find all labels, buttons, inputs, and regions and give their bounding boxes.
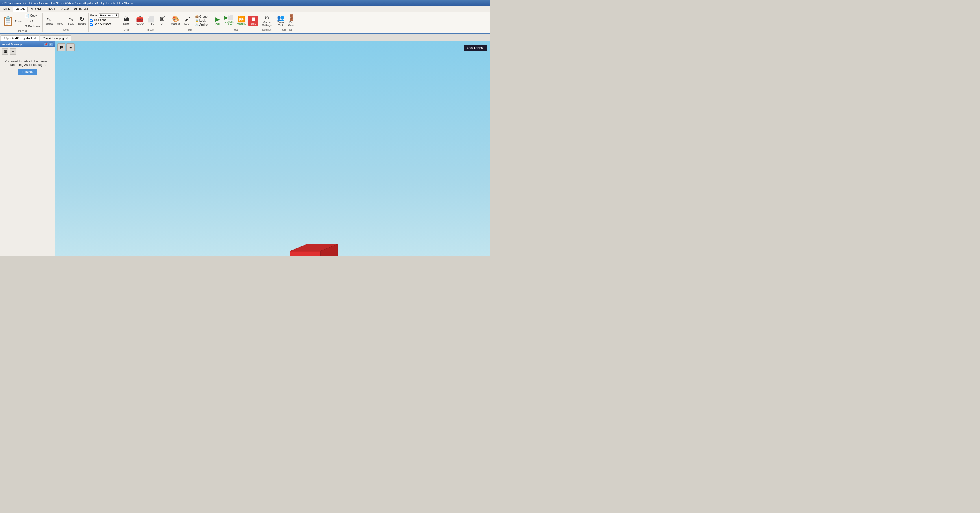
viewport: ▦ ≡ koderoblox [55, 41, 490, 256]
cut-icon: ✂ [25, 19, 28, 23]
part-button[interactable]: ⬜ Part [146, 16, 156, 26]
settings-group: ⚙ GameSettings Settings [260, 13, 274, 32]
exit-game-button[interactable]: 🚪 ExitGame [286, 14, 297, 27]
menu-view[interactable]: VIEW [58, 7, 71, 11]
toolbox-label: Toolbox [135, 22, 144, 25]
menu-file[interactable]: FILE [1, 7, 13, 11]
rotate-label: Rotate [78, 22, 86, 25]
resume-button[interactable]: ⏩ Resume [235, 16, 247, 26]
tab-updated-obby-label: UpdatedObby.rbxl [4, 37, 32, 40]
duplicate-label: Duplicate [28, 25, 40, 28]
paste-button[interactable]: 📋 Paste [1, 16, 23, 26]
resume-icon: ⏩ [238, 16, 245, 22]
asset-content: You need to publish the game to start us… [0, 56, 55, 79]
material-button[interactable]: 🎨 Material [170, 16, 181, 26]
test-group: ▶ Play ▶⬜ CurrentClient ⏩ Resume ⏹ Stop … [211, 13, 260, 32]
clipboard-label: Clipboard [16, 30, 27, 33]
scale-icon: ⤡ [68, 16, 73, 22]
dropdown-chevron-icon: ▼ [115, 14, 118, 16]
username-text: koderoblox [466, 46, 484, 50]
anchor-icon: ⚓ [195, 23, 199, 26]
asset-list-btn[interactable]: ≡ [10, 48, 16, 55]
move-button[interactable]: ✛ Move [55, 16, 65, 26]
tools-label: Tools [62, 28, 68, 32]
material-label: Material [171, 22, 180, 25]
tab-color-changing[interactable]: ColorChanging ✕ [40, 35, 71, 41]
select-icon: ↖ [46, 16, 51, 22]
game-settings-icon: ⚙ [264, 15, 269, 21]
tab-updated-obby-close[interactable]: ✕ [33, 37, 36, 40]
group-label: Group [199, 15, 208, 18]
editor-label: Editor [123, 22, 130, 25]
editor-button[interactable]: 🏔 Editor [121, 16, 132, 26]
ui-button[interactable]: 🖼 UI [157, 16, 167, 26]
rotate-icon: ↻ [80, 16, 84, 22]
svg-rect-32 [290, 251, 320, 256]
menu-plugins[interactable]: PLUGINS [72, 7, 90, 11]
toolbox-icon: 🧰 [136, 16, 143, 22]
copy-label: Copy [30, 14, 37, 18]
current-client-icon: ▶⬜ [224, 15, 234, 20]
insert-label: Insert [148, 28, 154, 32]
duplicate-button[interactable]: ⧉ Duplicate [24, 24, 41, 29]
asset-manager-pin-btn[interactable]: 📌 [44, 42, 48, 46]
stop-label: Stop [251, 22, 256, 25]
terrain-label: Terrain [122, 28, 130, 32]
scale-button[interactable]: ⤡ Scale [66, 16, 76, 26]
part-label: Part [149, 22, 153, 25]
ui-label: UI [161, 22, 163, 25]
mode-dropdown[interactable]: Geometric ▼ [99, 13, 119, 18]
group-icon: 📦 [195, 15, 199, 18]
menu-bar: FILE HOME MODEL TEST VIEW PLUGINS [0, 6, 490, 12]
current-client-label: CurrentClient [224, 20, 233, 26]
team-test-button[interactable]: 👥 TeamTest [275, 14, 286, 27]
menu-test[interactable]: TEST [45, 7, 57, 11]
anchor-button[interactable]: ⚓ Anchor [194, 23, 210, 27]
game-settings-label: GameSettings [262, 21, 272, 27]
move-label: Move [57, 22, 63, 25]
asset-manager-title: Asset Manager [2, 43, 24, 46]
ribbon-content: 📋 Paste 📄 Copy ✂ Cut ⧉ Duplicate [0, 12, 490, 33]
current-client-button[interactable]: ▶⬜ CurrentClient [223, 15, 235, 27]
toolbox-button[interactable]: 🧰 Toolbox [134, 16, 145, 26]
anchor-label: Anchor [199, 23, 209, 26]
menu-model[interactable]: MODEL [28, 7, 44, 11]
copy-button[interactable]: 📄 Copy [24, 13, 41, 18]
tab-updated-obby[interactable]: UpdatedObby.rbxl ✕ [1, 35, 39, 41]
color-label: Color [184, 22, 191, 25]
left-panel: Asset Manager 📌 ✕ ▦ ≡ You need to publis… [0, 41, 55, 256]
play-icon: ▶ [215, 16, 220, 22]
publish-button[interactable]: Publish [18, 69, 37, 75]
mode-group: Mode: Geometric ▼ Collisions Join Surfac… [89, 13, 120, 32]
cut-button[interactable]: ✂ Cut [24, 19, 41, 24]
rotate-button[interactable]: ↻ Rotate [77, 16, 87, 26]
lock-button[interactable]: 🔒 Lock [194, 19, 210, 22]
play-button[interactable]: ▶ Play [212, 16, 223, 26]
game-settings-button[interactable]: ⚙ GameSettings [261, 14, 273, 27]
group-button[interactable]: 📦 Group [194, 15, 210, 19]
asset-manager-close-btn[interactable]: ✕ [49, 42, 53, 46]
paste-icon: 📋 [2, 16, 14, 26]
menu-home[interactable]: HOME [13, 6, 28, 11]
tab-color-changing-close[interactable]: ✕ [65, 37, 68, 40]
join-surfaces-checkbox[interactable] [90, 22, 93, 26]
asset-grid-btn[interactable]: ▦ [2, 48, 8, 55]
lock-label: Lock [199, 19, 205, 22]
collisions-label: Collisions [94, 19, 107, 22]
title-text: C:\Users\kann\OneDrive\Documents\ROBLOX\… [2, 2, 133, 5]
terrain-group: 🏔 Editor Terrain [120, 13, 133, 32]
paste-label: Paste [15, 20, 22, 22]
exit-game-label: ExitGame [288, 21, 295, 27]
stop-button[interactable]: ⏹ Stop [248, 16, 258, 26]
select-button[interactable]: ↖ Select [44, 16, 54, 26]
ribbon: 📋 Paste 📄 Copy ✂ Cut ⧉ Duplicate [0, 12, 490, 33]
duplicate-icon: ⧉ [25, 24, 27, 29]
join-surfaces-label: Join Surfaces [94, 22, 111, 26]
team-test-group-label: Team Test [280, 28, 292, 32]
color-button[interactable]: 🖌 Color [182, 16, 192, 26]
collisions-checkbox[interactable] [90, 19, 93, 22]
team-test-label: TeamTest [277, 21, 283, 27]
cut-label: Cut [29, 19, 33, 22]
stop-icon: ⏹ [250, 16, 256, 22]
editor-icon: 🏔 [123, 16, 129, 22]
